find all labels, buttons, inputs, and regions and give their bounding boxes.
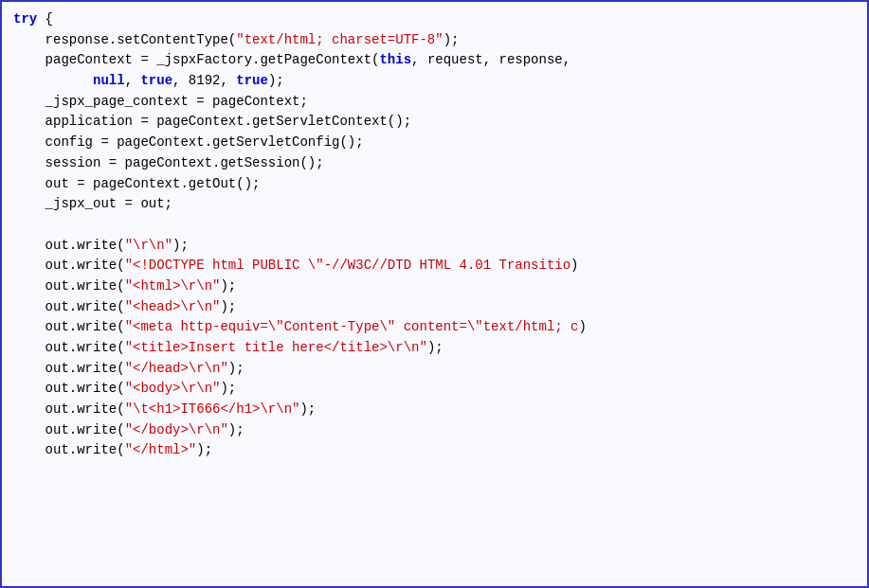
code-line: out.write("</body>\r\n"); [13, 420, 856, 441]
code-line: pageContext = _jspxFactory.getPageContex… [13, 50, 856, 71]
code-line: out.write("<title>Insert title here</tit… [13, 338, 856, 359]
code-line: out.write("\r\n"); [13, 236, 856, 257]
code-line: response.setContentType("text/html; char… [13, 30, 856, 51]
code-line [13, 215, 856, 236]
code-line: out = pageContext.getOut(); [13, 174, 856, 195]
code-line: null, true, 8192, true); [13, 71, 856, 92]
code-line: out.write("<meta http-equiv=\"Content-Ty… [13, 317, 856, 338]
code-line: out.write("</html>"); [13, 440, 856, 461]
code-line: out.write("<html>\r\n"); [13, 276, 856, 297]
code-line: out.write("</head>\r\n"); [13, 359, 856, 380]
code-line: session = pageContext.getSession(); [13, 153, 856, 174]
code-line: _jspx_page_context = pageContext; [13, 92, 856, 113]
code-editor: try { response.setContentType("text/html… [0, 0, 869, 588]
code-line: try { [13, 9, 856, 30]
code-line: config = pageContext.getServletConfig(); [13, 133, 856, 153]
code-line: out.write("<head>\r\n"); [13, 297, 856, 318]
code-line: out.write("<body>\r\n"); [13, 379, 856, 400]
code-line: _jspx_out = out; [13, 194, 856, 215]
code-line: application = pageContext.getServletCont… [13, 112, 856, 133]
code-line: out.write("<!DOCTYPE html PUBLIC \"-//W3… [13, 256, 856, 276]
code-line: out.write("\t<h1>IT666</h1>\r\n"); [13, 400, 856, 420]
